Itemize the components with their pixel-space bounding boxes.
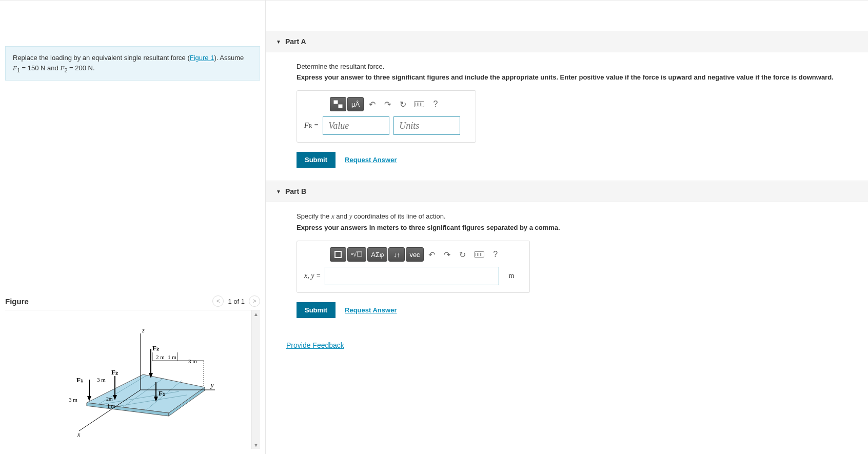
- part-a-header[interactable]: ▼ Part A: [266, 31, 868, 52]
- figure-counter: 1 of 1: [228, 298, 245, 305]
- units-input-a[interactable]: [393, 116, 460, 135]
- undo-button-b[interactable]: ↶: [425, 247, 439, 262]
- templates-icon-b: [334, 251, 342, 258]
- value-input-a[interactable]: [323, 116, 389, 135]
- figure-link[interactable]: Figure 1: [190, 54, 214, 62]
- provide-feedback-link[interactable]: Provide Feedback: [286, 341, 344, 349]
- keyboard-icon: [414, 101, 424, 107]
- request-answer-link-a[interactable]: Request Answer: [345, 156, 397, 164]
- redo-button-b[interactable]: ↷: [440, 247, 455, 262]
- submit-button-a[interactable]: Submit: [297, 152, 336, 168]
- keyboard-button-a[interactable]: [411, 97, 427, 111]
- redo-button-a[interactable]: ↷: [380, 97, 394, 111]
- scroll-up-icon: ▲: [253, 310, 259, 318]
- f2-left-label: F₂: [111, 368, 118, 376]
- part-b-input-row: x, y = m: [304, 267, 514, 285]
- templates-button-b[interactable]: [330, 247, 346, 262]
- f2-val: = 200 N.: [67, 64, 94, 72]
- dim-2m: 2 m: [156, 354, 165, 360]
- dim-1m: 1 m: [168, 354, 176, 360]
- dim-3m-1: 3 m: [69, 397, 77, 403]
- figure-scrollbar[interactable]: ▲ ▼: [251, 310, 260, 449]
- part-a-body: Determine the resultant force. Express y…: [266, 52, 868, 181]
- updown-button-b[interactable]: ↓↑: [388, 247, 405, 262]
- dim-3m-3: 3 m: [188, 358, 197, 364]
- help-button-a[interactable]: ?: [428, 97, 443, 111]
- sqrt-button-b[interactable]: ⁿ√☐: [347, 247, 366, 262]
- figure-header: Figure < 1 of 1 >: [5, 292, 260, 310]
- part-a-label: FR =: [304, 122, 319, 130]
- units-button-a[interactable]: μÅ: [347, 97, 364, 111]
- y-axis-label: y: [210, 382, 214, 389]
- f2-top-label: F₂: [152, 344, 159, 352]
- undo-button-a[interactable]: ↶: [365, 97, 379, 111]
- f1-var: F: [13, 64, 17, 72]
- keyboard-button-b[interactable]: [471, 247, 487, 262]
- vec-button-b[interactable]: vec: [406, 247, 423, 262]
- top-border-left: [0, 0, 265, 5]
- request-answer-link-b[interactable]: Request Answer: [345, 306, 397, 314]
- top-border-right: [266, 0, 868, 5]
- dim-3m-2: 3 m: [97, 377, 106, 383]
- submit-button-b[interactable]: Submit: [297, 302, 336, 318]
- z-axis-label: z: [142, 327, 145, 334]
- value-input-b[interactable]: [325, 267, 499, 285]
- templates-button-a[interactable]: [330, 97, 346, 111]
- figure-prev-button[interactable]: <: [212, 295, 224, 307]
- part-b-label: x, y =: [304, 272, 321, 280]
- part-b-actions: Submit Request Answer: [297, 302, 858, 318]
- and-text: and: [46, 64, 61, 72]
- f1-val: = 150 N: [20, 64, 46, 72]
- dim-2m-2: 2m: [106, 396, 113, 402]
- figure-title: Figure: [5, 297, 29, 306]
- reset-button-a[interactable]: ↻: [396, 97, 410, 111]
- part-a-actions: Submit Request Answer: [297, 152, 858, 168]
- right-panel: ▼ Part A Determine the resultant force. …: [266, 0, 868, 454]
- scroll-down-icon: ▼: [253, 441, 259, 449]
- left-panel: Replace the loading by an equivalent sin…: [0, 0, 266, 454]
- dim-1m-2: 1 m: [107, 403, 115, 409]
- unit-suffix-b: m: [508, 272, 514, 280]
- templates-icon: [333, 100, 343, 108]
- diagram-svg: z y x F₂ F₁ F₂: [51, 321, 215, 439]
- figure-section: Figure < 1 of 1 >: [0, 292, 265, 454]
- reset-button-b[interactable]: ↻: [456, 247, 470, 262]
- svg-rect-22: [334, 101, 338, 104]
- part-b-body: Specify the x and y coordinates of its l…: [266, 202, 868, 331]
- part-a-prompt: Determine the resultant force.: [297, 63, 858, 70]
- problem-statement: Replace the loading by an equivalent sin…: [5, 46, 260, 81]
- part-a-title: Part A: [285, 37, 306, 46]
- svg-marker-18: [87, 396, 91, 401]
- part-a-toolbar: μÅ ↶ ↷ ↻ ?: [330, 97, 460, 111]
- part-b-prompt: Specify the x and y coordinates of its l…: [297, 212, 858, 221]
- part-b-answer-box: ⁿ√☐ ΑΣφ ↓↑ vec ↶ ↷ ↻ ? x, y = m: [297, 241, 530, 293]
- part-a-answer-box: μÅ ↶ ↷ ↻ ? FR =: [297, 90, 476, 143]
- problem-text-prefix: Replace the loading by an equivalent sin…: [13, 54, 190, 62]
- part-b-toolbar: ⁿ√☐ ΑΣφ ↓↑ vec ↶ ↷ ↻ ?: [330, 247, 514, 262]
- figure-nav: < 1 of 1 >: [212, 295, 260, 307]
- part-b-instruction: Express your answers in meters to three …: [297, 224, 858, 231]
- figure-next-button[interactable]: >: [249, 295, 260, 307]
- x-axis-label: x: [77, 431, 81, 438]
- collapse-icon-b: ▼: [276, 189, 281, 194]
- feedback-row: Provide Feedback: [266, 331, 868, 349]
- figure-body: z y x F₂ F₁ F₂: [5, 310, 260, 449]
- help-button-b[interactable]: ?: [488, 247, 503, 262]
- svg-rect-25: [336, 252, 341, 257]
- keyboard-icon-b: [474, 251, 484, 258]
- greek-button-b[interactable]: ΑΣφ: [367, 247, 387, 262]
- f1-left-label: F₁: [76, 376, 83, 384]
- f1-bottom-label: F₁: [159, 389, 165, 397]
- svg-rect-23: [339, 105, 342, 108]
- part-b-title: Part B: [285, 187, 306, 195]
- part-a-input-row: FR =: [304, 116, 460, 135]
- part-b-header[interactable]: ▼ Part B: [266, 181, 868, 202]
- collapse-icon-a: ▼: [276, 39, 281, 45]
- problem-text-suffix: ). Assume: [214, 54, 244, 62]
- part-a-instruction: Express your answer to three significant…: [297, 73, 858, 81]
